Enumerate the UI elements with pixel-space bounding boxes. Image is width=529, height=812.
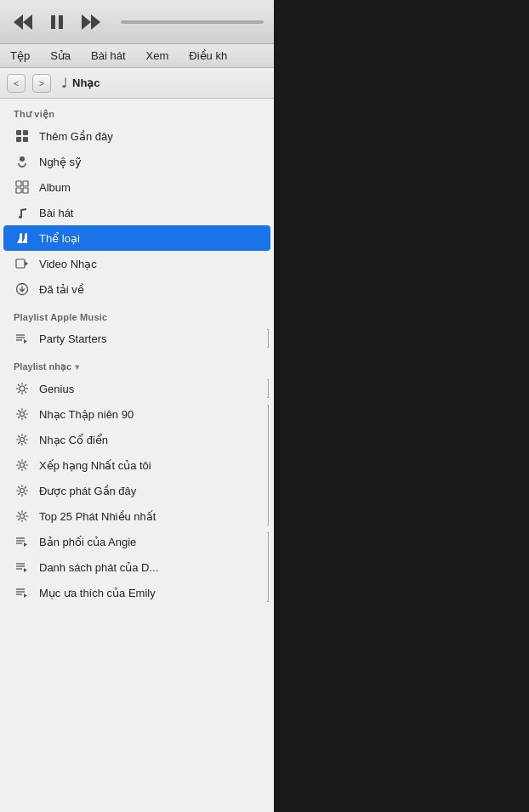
music-video-label: Video Nhạc bbox=[39, 258, 97, 270]
genres-icon bbox=[14, 230, 31, 247]
grid-icon bbox=[14, 128, 31, 145]
recently-played-label: Được phát Gần đây bbox=[39, 485, 136, 497]
genres-label: Thể loại bbox=[39, 232, 80, 245]
svg-point-35 bbox=[20, 489, 25, 493]
apple-music-section-header: Playlist Apple Music bbox=[0, 302, 274, 326]
sidebar-item-top-rated[interactable]: Xếp hạng Nhất của tôi bbox=[0, 452, 274, 478]
svg-rect-14 bbox=[16, 188, 21, 193]
forward-button[interactable] bbox=[78, 13, 104, 31]
sidebar-item-recently-played[interactable]: Được phát Gần đây bbox=[0, 478, 274, 503]
library-section-header: Thư viện bbox=[0, 99, 274, 123]
svg-point-23 bbox=[20, 386, 25, 391]
sidebar-item-songs[interactable]: Bài hát bbox=[0, 200, 274, 225]
svg-rect-9 bbox=[23, 137, 28, 142]
sidebar-item-top25[interactable]: Top 25 Phát Nhiều nhất bbox=[0, 503, 274, 529]
recent-label: Thêm Gần đây bbox=[39, 130, 113, 143]
video-icon bbox=[14, 255, 31, 272]
gear-icon-1 bbox=[14, 406, 31, 423]
bracket-indicator-genius bbox=[267, 379, 269, 398]
gear-icon-2 bbox=[14, 431, 31, 448]
svg-rect-12 bbox=[16, 181, 21, 186]
sidebar-item-music-video[interactable]: Video Nhạc bbox=[0, 251, 274, 276]
svg-marker-48 bbox=[24, 593, 27, 598]
svg-marker-44 bbox=[24, 568, 27, 572]
mic-icon bbox=[14, 153, 31, 170]
sidebar-item-albums[interactable]: Album bbox=[0, 174, 274, 200]
gear-icon-4 bbox=[14, 482, 31, 499]
albums-label: Album bbox=[39, 181, 71, 194]
sidebar-item-party-starters[interactable]: Party Starters bbox=[0, 326, 274, 351]
nav-bar: < > ♩ Nhạc bbox=[0, 68, 274, 99]
sidebar-item-genius[interactable]: Genius bbox=[0, 376, 274, 401]
sidebar-item-angie[interactable]: Bản phối của Angie bbox=[0, 529, 274, 554]
danh-sach-label: Danh sách phát của D... bbox=[39, 561, 158, 574]
menu-xem[interactable]: Xem bbox=[143, 48, 173, 64]
classical-label: Nhạc Cổ điển bbox=[39, 434, 108, 446]
sidebar-item-danh-sach[interactable]: Danh sách phát của D... bbox=[0, 554, 274, 580]
sidebar-item-genres[interactable]: Thể loại bbox=[3, 225, 270, 251]
bracket-user-playlists bbox=[267, 532, 269, 602]
sidebar-item-emily[interactable]: Mục ưa thích của Emily bbox=[0, 580, 274, 605]
svg-rect-2 bbox=[51, 15, 55, 29]
note-icon bbox=[14, 204, 31, 221]
back-button[interactable]: < bbox=[7, 74, 26, 93]
playlist-icon-angie bbox=[14, 533, 31, 550]
angie-label: Bản phối của Angie bbox=[39, 536, 136, 548]
svg-point-34 bbox=[20, 463, 25, 468]
menu-tep[interactable]: Tệp bbox=[7, 48, 33, 64]
sidebar-item-90s[interactable]: Nhạc Thập niên 90 bbox=[0, 401, 274, 427]
svg-line-28 bbox=[18, 384, 20, 386]
genius-group: Genius bbox=[0, 376, 274, 401]
album-icon bbox=[14, 179, 31, 196]
pause-button[interactable] bbox=[46, 13, 68, 31]
gear-icon-5 bbox=[14, 508, 31, 525]
music-playlists-section-header[interactable]: Playlist nhạc ▾ bbox=[0, 351, 274, 376]
menu-bar: Tệp Sửa Bài hát Xem Điều kh bbox=[0, 44, 274, 68]
nav-title: ♩ Nhạc bbox=[61, 76, 100, 91]
svg-point-10 bbox=[20, 156, 25, 162]
svg-rect-15 bbox=[23, 188, 28, 193]
svg-line-31 bbox=[18, 391, 20, 393]
sidebar-item-downloaded[interactable]: Đã tải về bbox=[0, 276, 274, 302]
smart-playlists-group: Nhạc Thập niên 90 Nhạc Cổ điển bbox=[0, 401, 274, 529]
songs-label: Bài hát bbox=[39, 207, 73, 219]
top25-label: Top 25 Phát Nhiều nhất bbox=[39, 510, 156, 523]
menu-sua[interactable]: Sửa bbox=[47, 48, 74, 64]
svg-marker-4 bbox=[82, 14, 91, 30]
forward-nav-button[interactable]: > bbox=[32, 74, 51, 93]
sidebar-item-recent[interactable]: Thêm Gần đây bbox=[0, 123, 274, 149]
top-rated-label: Xếp hạng Nhất của tôi bbox=[39, 459, 151, 472]
svg-marker-17 bbox=[25, 261, 28, 266]
svg-rect-3 bbox=[59, 15, 63, 29]
emily-label: Mục ưa thích của Emily bbox=[39, 587, 156, 599]
svg-marker-22 bbox=[24, 339, 27, 344]
right-panel bbox=[274, 0, 529, 812]
transport-bar bbox=[0, 0, 274, 44]
svg-rect-8 bbox=[16, 137, 21, 142]
svg-point-32 bbox=[20, 412, 25, 417]
sidebar-item-classical[interactable]: Nhạc Cổ điển bbox=[0, 427, 274, 452]
svg-rect-16 bbox=[16, 259, 25, 268]
svg-line-29 bbox=[25, 391, 26, 393]
volume-slider[interactable] bbox=[121, 20, 264, 24]
bracket-indicator bbox=[267, 329, 269, 348]
menu-baihat[interactable]: Bài hát bbox=[88, 48, 128, 64]
bracket-smart-playlists bbox=[267, 405, 269, 525]
downloaded-label: Đã tải về bbox=[39, 283, 84, 296]
playlist-icon-emily bbox=[14, 584, 31, 601]
sidebar-item-artists[interactable]: Nghệ sỹ bbox=[0, 149, 274, 174]
svg-marker-1 bbox=[14, 14, 23, 30]
svg-marker-40 bbox=[24, 542, 27, 547]
chevron-down-icon: ▾ bbox=[75, 362, 79, 372]
svg-marker-5 bbox=[91, 14, 100, 30]
sidebar: Thư viện Thêm Gần đây bbox=[0, 99, 274, 812]
playlist-section-label: Playlist nhạc bbox=[14, 361, 71, 372]
rewind-button[interactable] bbox=[10, 13, 36, 31]
svg-line-30 bbox=[25, 384, 26, 386]
svg-rect-7 bbox=[23, 130, 28, 135]
svg-point-33 bbox=[20, 438, 25, 442]
svg-rect-6 bbox=[16, 130, 21, 135]
user-playlists-group: Bản phối của Angie Danh sách phát của D.… bbox=[0, 529, 274, 605]
party-starters-label: Party Starters bbox=[39, 332, 106, 345]
menu-dieukhien[interactable]: Điều kh bbox=[185, 48, 230, 64]
